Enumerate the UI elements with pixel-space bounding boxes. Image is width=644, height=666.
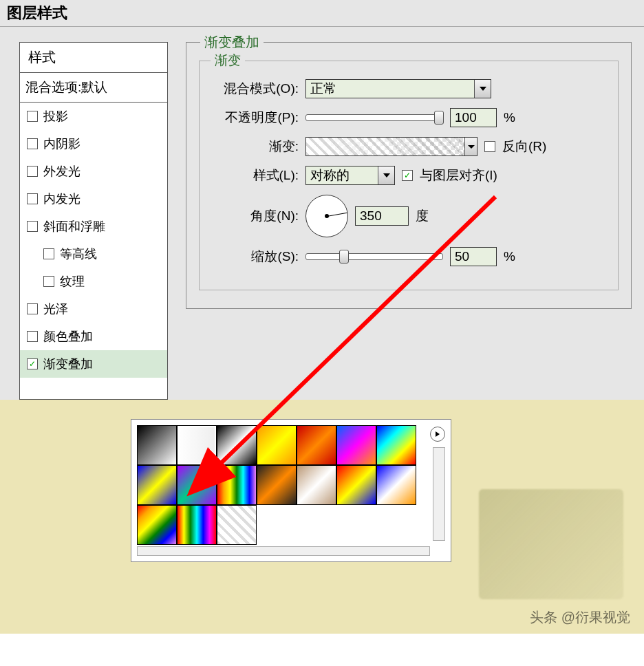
scale-unit: % bbox=[504, 249, 515, 264]
angle-label: 角度(N): bbox=[209, 207, 299, 225]
angle-input[interactable]: 350 bbox=[355, 206, 409, 226]
angle-unit: 度 bbox=[416, 207, 429, 225]
gradient-swatch[interactable] bbox=[376, 465, 416, 505]
style-item-texture[interactable]: 纹理 bbox=[20, 268, 167, 295]
checkbox-icon[interactable] bbox=[27, 331, 38, 342]
chevron-down-icon[interactable] bbox=[474, 80, 491, 98]
gradient-style-select[interactable]: 对称的 bbox=[305, 166, 395, 185]
style-item-label: 颜色叠加 bbox=[43, 328, 93, 345]
gradient-swatch[interactable] bbox=[217, 425, 257, 465]
checkbox-icon[interactable] bbox=[43, 248, 54, 259]
gradient-swatch[interactable] bbox=[297, 465, 336, 505]
style-item-inner-shadow[interactable]: 内阴影 bbox=[20, 130, 167, 158]
gradient-swatch[interactable] bbox=[257, 425, 297, 465]
gradient-picker[interactable] bbox=[305, 137, 477, 156]
style-item-label: 纹理 bbox=[60, 273, 85, 290]
checkbox-icon[interactable] bbox=[27, 193, 38, 204]
style-label: 样式(L): bbox=[209, 166, 299, 184]
checkbox-icon[interactable] bbox=[27, 221, 38, 232]
gradient-swatch[interactable] bbox=[336, 465, 376, 505]
checkbox-icon[interactable] bbox=[27, 138, 38, 149]
chevron-down-icon[interactable] bbox=[378, 166, 394, 184]
gradient-swatch[interactable] bbox=[137, 505, 177, 545]
opacity-slider[interactable] bbox=[305, 114, 443, 121]
style-item-label: 外发光 bbox=[43, 163, 80, 180]
style-item-label: 渐变叠加 bbox=[43, 356, 93, 372]
checkbox-icon[interactable] bbox=[27, 303, 38, 314]
checkbox-icon[interactable] bbox=[27, 111, 38, 122]
scale-label: 缩放(S): bbox=[209, 248, 299, 266]
gradient-presets-panel bbox=[131, 419, 451, 562]
group-title: 渐变 bbox=[211, 52, 245, 69]
checkbox-icon[interactable]: ✓ bbox=[27, 358, 38, 369]
style-item-satin[interactable]: 光泽 bbox=[20, 295, 167, 323]
gradient-swatch[interactable] bbox=[336, 425, 376, 465]
gradient-swatch[interactable] bbox=[376, 425, 416, 465]
gradient-swatch[interactable] bbox=[297, 425, 336, 465]
gradient-swatch[interactable] bbox=[217, 465, 257, 505]
slider-thumb[interactable] bbox=[339, 250, 349, 264]
dialog-title: 图层样式 bbox=[0, 0, 644, 27]
style-item-label: 内阴影 bbox=[43, 136, 80, 152]
gradient-swatch[interactable] bbox=[177, 465, 217, 505]
styles-header[interactable]: 样式 bbox=[20, 43, 167, 73]
opacity-unit: % bbox=[504, 110, 515, 125]
style-item-inner-glow[interactable]: 内发光 bbox=[20, 185, 167, 213]
slider-thumb[interactable] bbox=[434, 111, 444, 125]
style-item-drop-shadow[interactable]: 投影 bbox=[20, 103, 167, 130]
reverse-label: 反向(R) bbox=[502, 138, 546, 155]
blend-mode-value: 正常 bbox=[310, 80, 336, 98]
gradient-overlay-panel: 渐变叠加 渐变 混合模式(O): 正常 不透明度(P): 100 % bbox=[186, 42, 632, 309]
style-item-contour[interactable]: 等高线 bbox=[20, 240, 167, 268]
gradient-group: 渐变 混合模式(O): 正常 不透明度(P): 100 % bbox=[199, 61, 619, 290]
opacity-label: 不透明度(P): bbox=[209, 109, 299, 127]
scrollbar-vertical[interactable] bbox=[433, 447, 445, 541]
style-item-label: 等高线 bbox=[60, 246, 97, 262]
chevron-down-icon[interactable] bbox=[464, 138, 477, 155]
gradient-presets-popup: 头条 @衍果视觉 bbox=[0, 400, 644, 634]
gradient-swatch[interactable] bbox=[257, 465, 297, 505]
align-checkbox[interactable]: ✓ bbox=[402, 170, 413, 181]
watermark-text: 头条 @衍果视觉 bbox=[530, 608, 630, 627]
gradient-swatch[interactable] bbox=[137, 425, 177, 465]
checkbox-icon[interactable] bbox=[27, 166, 38, 177]
panel-title: 渐变叠加 bbox=[200, 33, 264, 52]
styles-list: 样式 混合选项:默认 投影 内阴影 外发光 内发光 斜面和浮雕 bbox=[19, 42, 168, 400]
scale-input[interactable]: 50 bbox=[450, 247, 497, 266]
angle-dial[interactable] bbox=[305, 195, 348, 237]
blend-options-default[interactable]: 混合选项:默认 bbox=[20, 73, 167, 103]
gradient-swatch[interactable] bbox=[217, 505, 257, 545]
scale-slider[interactable] bbox=[305, 253, 443, 260]
gradient-label: 渐变: bbox=[209, 138, 299, 155]
style-item-outer-glow[interactable]: 外发光 bbox=[20, 158, 167, 185]
blend-mode-label: 混合模式(O): bbox=[209, 80, 299, 98]
style-item-label: 光泽 bbox=[43, 301, 68, 317]
style-item-label: 斜面和浮雕 bbox=[43, 218, 105, 235]
style-item-color-overlay[interactable]: 颜色叠加 bbox=[20, 323, 167, 350]
gradient-swatch[interactable] bbox=[177, 505, 217, 545]
style-item-label: 投影 bbox=[43, 108, 68, 125]
reverse-checkbox[interactable] bbox=[484, 141, 495, 152]
flyout-menu-button[interactable] bbox=[430, 427, 445, 442]
style-item-bevel-emboss[interactable]: 斜面和浮雕 bbox=[20, 213, 167, 240]
style-item-label: 内发光 bbox=[43, 191, 80, 207]
style-item-gradient-overlay[interactable]: ✓ 渐变叠加 bbox=[20, 350, 167, 378]
scrollbar-horizontal[interactable] bbox=[137, 546, 430, 556]
gradient-style-value: 对称的 bbox=[310, 166, 350, 184]
gradient-swatch[interactable] bbox=[137, 465, 177, 505]
triangle-right-icon bbox=[436, 431, 440, 437]
blend-mode-select[interactable]: 正常 bbox=[305, 79, 491, 98]
gradient-swatch[interactable] bbox=[177, 425, 217, 465]
align-label: 与图层对齐(I) bbox=[420, 166, 497, 184]
background-preview bbox=[479, 489, 623, 599]
checkbox-icon[interactable] bbox=[43, 276, 54, 287]
opacity-input[interactable]: 100 bbox=[450, 108, 497, 127]
